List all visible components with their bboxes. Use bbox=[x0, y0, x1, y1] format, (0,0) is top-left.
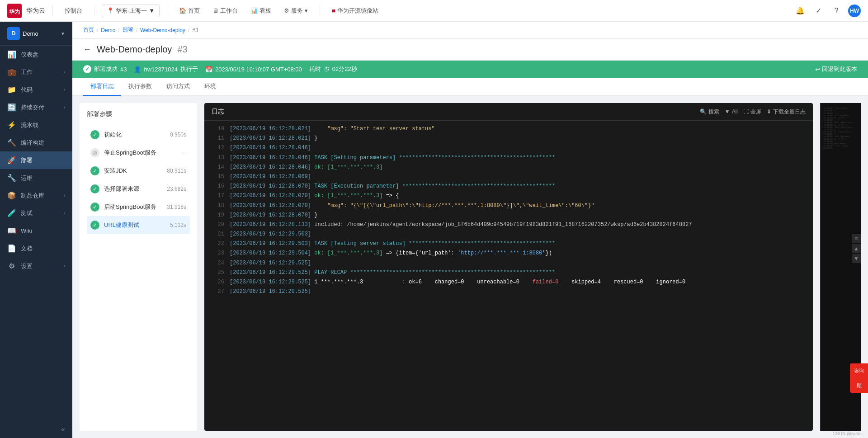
workbench-btn[interactable]: 🖥 工作台 bbox=[208, 5, 242, 17]
step-start-spring[interactable]: ✓ 启动SpringBoot服务 31.918s bbox=[87, 198, 190, 216]
home-icon: 🏠 bbox=[179, 7, 186, 14]
consult-button[interactable]: 咨询 顾 bbox=[850, 363, 868, 393]
home-btn[interactable]: 🏠 首页 bbox=[175, 5, 204, 17]
step-select-deploy[interactable]: ✓ 选择部署来源 23.682s bbox=[87, 180, 190, 198]
hw-logo-box: 华为 bbox=[7, 4, 22, 18]
back-button[interactable]: ← bbox=[83, 45, 91, 54]
step-jdk[interactable]: ✓ 安装JDK 80.911s bbox=[87, 162, 190, 180]
log-line-21: 21 [2023/06/19 16:12:29.503] bbox=[204, 230, 813, 239]
sidebar-project[interactable]: D Demo ▼ bbox=[0, 22, 72, 46]
sidebar-label-code: 代码 bbox=[21, 86, 59, 94]
notification-btn[interactable]: 🔔 bbox=[794, 5, 807, 17]
sidebar-item-cicd[interactable]: 🔄 持续交付 › bbox=[0, 99, 72, 116]
breadcrumb-deploy[interactable]: 部署 bbox=[123, 26, 133, 34]
collapse-icon: « bbox=[61, 425, 65, 433]
services-btn[interactable]: ⚙ 服务 ▾ bbox=[279, 5, 312, 17]
search-label: 搜索 bbox=[708, 108, 719, 116]
scroll-menu-btn[interactable]: ≡ bbox=[852, 234, 861, 243]
log-content-27: [2023/06/19 16:12:29.525] bbox=[230, 287, 806, 296]
kanban-btn[interactable]: 📊 看板 bbox=[246, 5, 276, 17]
breadcrumb-home[interactable]: 首页 bbox=[83, 26, 94, 34]
sidebar-item-wiki[interactable]: 📖 Wiki bbox=[0, 222, 72, 240]
log-linenum-22: 22 bbox=[212, 240, 224, 248]
hw-logo-svg: 华为 bbox=[8, 5, 21, 17]
log-filter-btn[interactable]: ▼ All bbox=[725, 108, 738, 115]
avatar[interactable]: HW bbox=[848, 5, 861, 17]
breadcrumb-demo[interactable]: Demo bbox=[101, 27, 115, 33]
page-header: ← Web-Demo-deploy #3 bbox=[72, 39, 868, 61]
sidebar-label-ops: 运维 bbox=[21, 174, 65, 182]
step-url-health[interactable]: ✓ URL健康测试 5.112s bbox=[87, 216, 190, 234]
nav-divider-1 bbox=[52, 5, 53, 16]
services-label: 服务 bbox=[291, 7, 303, 15]
sidebar-item-work[interactable]: 💼 工作 › bbox=[0, 63, 72, 81]
log-content-12: [2023/06/19 16:12:28.046] bbox=[230, 144, 806, 152]
build-icon: 🔨 bbox=[7, 138, 16, 147]
log-line-11: 11 [2023/06/19 16:12:28.021] } bbox=[204, 134, 813, 143]
log-body[interactable]: 10 [2023/06/19 16:12:28.021] "msg": "Sta… bbox=[204, 121, 813, 431]
log-content-23: [2023/06/19 16:12:29.504] ok: [1_***.***… bbox=[230, 249, 806, 258]
project-name: Demo bbox=[23, 30, 58, 37]
csdn-hint: CSDN @iwha... bbox=[833, 431, 864, 436]
log-linenum-19: 19 bbox=[212, 211, 224, 220]
cicd-arrow: › bbox=[64, 105, 65, 110]
tab-env[interactable]: 环境 bbox=[197, 78, 223, 96]
log-line-10: 10 [2023/06/19 16:12:28.021] "msg": "Sta… bbox=[204, 124, 813, 134]
sidebar-item-dashboard[interactable]: 📊 仪表盘 bbox=[0, 46, 72, 63]
sidebar-item-test[interactable]: 🧪 测试 › bbox=[0, 204, 72, 222]
settings-icon: ⚙ bbox=[7, 262, 16, 270]
step-start-icon: ✓ bbox=[90, 203, 99, 212]
log-content-15: [2023/06/19 16:12:28.069] bbox=[230, 173, 806, 181]
sidebar-item-ops[interactable]: 🔧 运维 bbox=[0, 169, 72, 187]
sidebar-label-artifacts: 制品仓库 bbox=[21, 192, 59, 200]
top-nav: 华为 华为云 控制台 📍 华东-上海一 ▼ 🏠 首页 🖥 工作台 📊 看板 ⚙ … bbox=[0, 0, 868, 22]
test-arrow: › bbox=[64, 211, 65, 216]
log-linenum-14: 14 bbox=[212, 163, 224, 172]
location-selector[interactable]: 📍 华东-上海一 ▼ bbox=[102, 5, 160, 17]
step-jdk-icon: ✓ bbox=[90, 166, 99, 175]
control-panel-btn[interactable]: 控制台 bbox=[60, 5, 87, 17]
log-line-19: 19 [2023/06/19 16:12:28.070] } bbox=[204, 211, 813, 220]
sidebar-item-docs[interactable]: 📄 文档 bbox=[0, 240, 72, 257]
cicd-icon: 🔄 bbox=[7, 103, 16, 112]
log-line-12: 12 [2023/06/19 16:12:28.046] bbox=[204, 143, 813, 153]
artifacts-arrow: › bbox=[64, 193, 65, 198]
status-item-duration: 耗时 ⏱ 02分22秒 bbox=[309, 65, 357, 73]
workbench-label: 工作台 bbox=[220, 7, 238, 15]
tab-params[interactable]: 执行参数 bbox=[121, 78, 159, 96]
log-download-btn[interactable]: ⬇ 下载全量日志 bbox=[767, 108, 806, 116]
log-fullscreen-btn[interactable]: ⛶ 全屏 bbox=[743, 108, 761, 116]
log-line-20: 20 [2023/06/19 16:12:28.133] included: /… bbox=[204, 220, 813, 230]
log-content-25: [2023/06/19 16:12:29.525] PLAY RECAP ***… bbox=[230, 268, 806, 277]
help-btn[interactable]: ? bbox=[830, 5, 843, 17]
log-search-btn[interactable]: 🔍 搜索 bbox=[700, 108, 719, 116]
sidebar-item-deploy[interactable]: 🚀 部署 bbox=[0, 151, 72, 169]
step-select-duration: 23.682s bbox=[167, 186, 186, 192]
rollback-btn[interactable]: ↩ 回退到此版本 bbox=[815, 65, 857, 73]
download-label: 下载全量日志 bbox=[773, 108, 806, 116]
kanban-icon: 📊 bbox=[250, 7, 258, 14]
sidebar-item-artifacts[interactable]: 📦 制品仓库 › bbox=[0, 187, 72, 204]
log-linenum-27: 27 bbox=[212, 287, 224, 296]
status-banner: ✓ 部署成功 #3 👤 hw12371024 执行于 📅 2023/06/19 … bbox=[72, 61, 868, 78]
mirror-station-btn[interactable]: ■ 华为开源镜像站 bbox=[327, 5, 383, 17]
tab-deploy-log[interactable]: 部署日志 bbox=[83, 78, 121, 96]
mirror-label: 华为开源镜像站 bbox=[337, 7, 378, 15]
log-line-22: 22 [2023/06/19 16:12:29.503] TASK [Testi… bbox=[204, 239, 813, 249]
scroll-down-btn[interactable]: ▼ bbox=[852, 254, 861, 263]
sidebar-item-code[interactable]: 📁 代码 › bbox=[0, 81, 72, 99]
step-init[interactable]: ✓ 初始化 0.950s bbox=[87, 126, 190, 144]
check-btn[interactable]: ✓ bbox=[812, 5, 825, 17]
log-header: 日志 🔍 搜索 ▼ All ⛶ 全屏 bbox=[204, 103, 813, 121]
step-init-label: 初始化 bbox=[104, 131, 165, 139]
sidebar-item-pipeline[interactable]: ⚡ 流水线 bbox=[0, 116, 72, 134]
sidebar-collapse-btn[interactable]: « bbox=[0, 421, 72, 438]
step-stop-spring[interactable]: ⊘ 停止SpringBoot服务 -- bbox=[87, 144, 190, 162]
work-icon: 💼 bbox=[7, 68, 16, 76]
sidebar-item-build[interactable]: 🔨 编译构建 bbox=[0, 134, 72, 151]
breadcrumb-webdemo[interactable]: Web-Demo-deploy bbox=[140, 27, 185, 33]
scroll-up-btn[interactable]: ▲ bbox=[852, 244, 861, 253]
sidebar-item-settings[interactable]: ⚙ 设置 › bbox=[0, 257, 72, 275]
tab-access[interactable]: 访问方式 bbox=[159, 78, 197, 96]
log-content-22: [2023/06/19 16:12:29.503] TASK [Testing … bbox=[230, 240, 806, 248]
